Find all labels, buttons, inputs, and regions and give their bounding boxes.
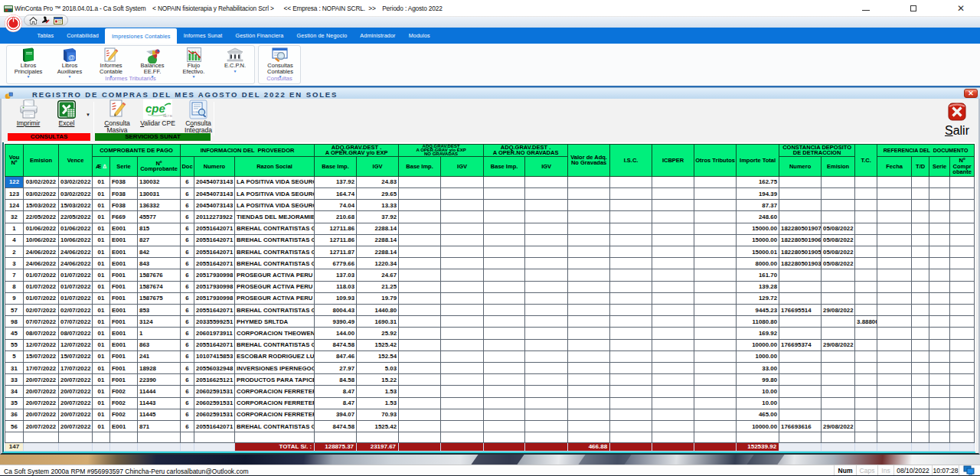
grid-cell[interactable] bbox=[694, 269, 737, 281]
grid-cell[interactable]: E001 bbox=[110, 304, 138, 315]
grid-cell[interactable] bbox=[652, 350, 694, 362]
grid-cell[interactable]: 7 bbox=[5, 269, 24, 281]
grid-cell[interactable] bbox=[525, 176, 568, 187]
grid-cell[interactable] bbox=[822, 200, 855, 211]
grid-cell[interactable] bbox=[399, 292, 441, 304]
grid-cell[interactable]: 05/08/2022 bbox=[822, 246, 855, 257]
grid-cell[interactable] bbox=[610, 187, 652, 199]
grid-cell[interactable] bbox=[929, 374, 950, 386]
grid-cell[interactable]: 20/07/2022 bbox=[24, 409, 59, 420]
grid-cell[interactable] bbox=[652, 246, 694, 257]
grid-cell[interactable]: F038 bbox=[110, 176, 138, 187]
grid-cell[interactable] bbox=[610, 176, 652, 187]
grid-cell[interactable] bbox=[912, 258, 929, 269]
grid-cell[interactable]: 20551642071 bbox=[194, 246, 235, 257]
grid-cell[interactable]: PROSEGUR ACTIVA PERU S.A bbox=[235, 281, 315, 292]
grid-cell[interactable] bbox=[912, 281, 929, 292]
grid-cell[interactable]: 57 bbox=[5, 304, 24, 315]
grid-cell[interactable]: 74.04 bbox=[315, 200, 357, 211]
grid-cell[interactable]: 01 bbox=[93, 362, 110, 373]
grid-cell[interactable]: 6 bbox=[181, 211, 194, 223]
grid-cell[interactable]: 6 bbox=[181, 304, 194, 315]
grid-cell[interactable] bbox=[912, 234, 929, 246]
calendar-icon[interactable] bbox=[54, 17, 63, 24]
grid-cell[interactable] bbox=[484, 269, 525, 281]
grid-cell[interactable] bbox=[484, 200, 525, 211]
grid-cell[interactable]: BREHAL CONTRATISTAS GEN bbox=[235, 246, 315, 257]
grid-cell[interactable] bbox=[877, 316, 912, 328]
grid-cell[interactable] bbox=[652, 211, 694, 223]
grid-cell[interactable] bbox=[855, 386, 877, 397]
grid-cell[interactable]: 6 bbox=[181, 316, 194, 328]
grid-cell[interactable] bbox=[822, 432, 855, 443]
grid-cell[interactable] bbox=[877, 223, 912, 234]
ribbon-flujo-efectivo[interactable]: Flujo Efectivo. ▼ bbox=[174, 47, 214, 78]
grid-cell[interactable] bbox=[877, 187, 912, 199]
grid-cell[interactable]: BREHAL CONTRATISTAS GEN bbox=[235, 420, 315, 432]
grid-cell[interactable] bbox=[950, 292, 975, 304]
grid-cell[interactable] bbox=[610, 292, 652, 304]
grid-cell[interactable] bbox=[950, 420, 975, 432]
grid-cell[interactable] bbox=[441, 258, 484, 269]
grid-cell[interactable] bbox=[877, 350, 912, 362]
grid-cell[interactable]: 6779.66 bbox=[315, 258, 357, 269]
grid-cell[interactable]: 6 bbox=[181, 362, 194, 373]
grid-cell[interactable] bbox=[822, 397, 855, 409]
grid-cell[interactable] bbox=[610, 397, 652, 409]
grid-cell[interactable]: PHYMED SRLTDA bbox=[235, 316, 315, 328]
grid-cell[interactable]: 24.83 bbox=[357, 176, 399, 187]
consulta-masiva-button[interactable]: ConsultaMasiva bbox=[98, 101, 136, 133]
col-ref-td[interactable]: T/D bbox=[912, 156, 929, 176]
grid-cell[interactable]: 2288.14 bbox=[357, 223, 399, 234]
grid-cell[interactable] bbox=[822, 362, 855, 373]
col-icbper[interactable]: ICBPER bbox=[652, 145, 694, 177]
grid-cell[interactable] bbox=[441, 211, 484, 223]
grid-cell[interactable] bbox=[855, 211, 877, 223]
grid-cell[interactable]: 1587675 bbox=[138, 292, 181, 304]
grid-cell[interactable] bbox=[694, 350, 737, 362]
grid-cell[interactable] bbox=[694, 234, 737, 246]
grid-cell[interactable]: F001 bbox=[110, 316, 138, 328]
grid-cell[interactable] bbox=[441, 420, 484, 432]
grid-cell[interactable] bbox=[950, 269, 975, 281]
tab-gestion-de-negocio[interactable]: Gestión de Negocio bbox=[290, 28, 354, 44]
grid-cell[interactable] bbox=[855, 246, 877, 257]
grid-cell[interactable]: 465.00 bbox=[737, 409, 779, 420]
grid-cell[interactable] bbox=[525, 223, 568, 234]
ribbon-ecpn[interactable]: E.C.P.N. ▼ bbox=[215, 47, 255, 73]
grid-cell[interactable]: 12711.86 bbox=[315, 234, 357, 246]
grid-cell[interactable] bbox=[652, 187, 694, 199]
grid-cell[interactable] bbox=[610, 304, 652, 315]
tab-contabilidad[interactable]: Contabilidad bbox=[60, 28, 106, 44]
grid-cell[interactable]: 15/03/2022 bbox=[24, 200, 59, 211]
grid-cell[interactable]: 15000.00 bbox=[737, 234, 779, 246]
grid-cell[interactable]: 394.07 bbox=[315, 409, 357, 420]
grid-cell[interactable]: F038 bbox=[110, 187, 138, 199]
grid-cell[interactable] bbox=[610, 362, 652, 373]
grid-cell[interactable] bbox=[652, 420, 694, 432]
grid-cell[interactable]: 20/07/2022 bbox=[24, 386, 59, 397]
grid-cell[interactable] bbox=[525, 234, 568, 246]
grid-cell[interactable]: 122 bbox=[5, 176, 24, 187]
grid-cell[interactable] bbox=[610, 409, 652, 420]
grid-cell[interactable] bbox=[399, 420, 441, 432]
grid-cell[interactable]: LA POSITIVA VIDA SEGUROS bbox=[235, 176, 315, 187]
grid-cell[interactable]: 109.93 bbox=[315, 292, 357, 304]
grid-cell[interactable] bbox=[525, 409, 568, 420]
grid-cell[interactable]: 84.58 bbox=[315, 374, 357, 386]
grid-cell[interactable] bbox=[855, 409, 877, 420]
user-pen-icon[interactable] bbox=[41, 16, 50, 24]
grid-cell[interactable] bbox=[822, 409, 855, 420]
grid-cell[interactable]: 15/03/2022 bbox=[59, 200, 93, 211]
grid-cell[interactable]: 01/06/2022 bbox=[59, 223, 93, 234]
grid-cell[interactable] bbox=[912, 350, 929, 362]
grid-cell[interactable] bbox=[652, 386, 694, 397]
grid-cell[interactable]: 6 bbox=[181, 386, 194, 397]
grid-cell[interactable]: 22/05/2022 bbox=[24, 211, 59, 223]
grid-cell[interactable] bbox=[877, 409, 912, 420]
grid-cell[interactable]: 161.70 bbox=[737, 269, 779, 281]
grid-cell[interactable] bbox=[484, 258, 525, 269]
grid-cell[interactable] bbox=[525, 350, 568, 362]
grid-cell[interactable] bbox=[525, 397, 568, 409]
grid-cell[interactable] bbox=[877, 397, 912, 409]
